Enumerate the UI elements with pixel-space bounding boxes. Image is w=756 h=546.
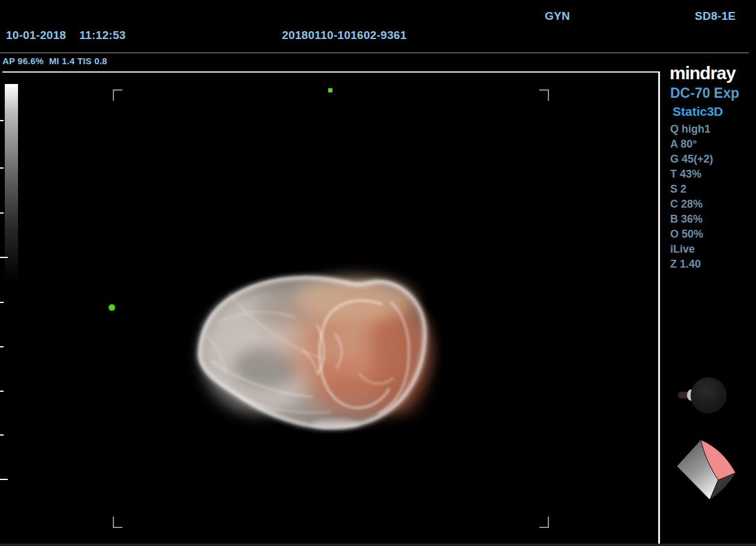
param-opacity: O 50% (670, 227, 713, 242)
param-ilive: iLive (670, 242, 713, 257)
param-angle: A 80° (670, 137, 713, 152)
imaging-mode-label: Static3D (673, 104, 723, 119)
device-model-label: DC-70 Exp (670, 85, 739, 101)
param-zoom: Z 1.40 (670, 257, 713, 272)
param-smooth: S 2 (670, 182, 713, 197)
ultrasound-3d-render-fetus (0, 0, 660, 546)
bottom-window-strip (0, 544, 756, 546)
mindray-logo: mindray (670, 63, 736, 83)
render-parameter-list: Q high1 A 80° G 45(+2) T 43% S 2 C 28% B… (670, 122, 713, 272)
param-quality: Q high1 (670, 122, 713, 137)
param-brightness: B 36% (670, 212, 713, 227)
trackball-sphere (691, 377, 727, 413)
param-contrast: C 28% (670, 197, 713, 212)
voi-orientation-cube-icon (660, 429, 756, 513)
probe-model-label: SD8-1E (695, 10, 736, 23)
param-threshold: T 43% (670, 167, 713, 182)
param-gain: G 45(+2) (670, 152, 713, 167)
